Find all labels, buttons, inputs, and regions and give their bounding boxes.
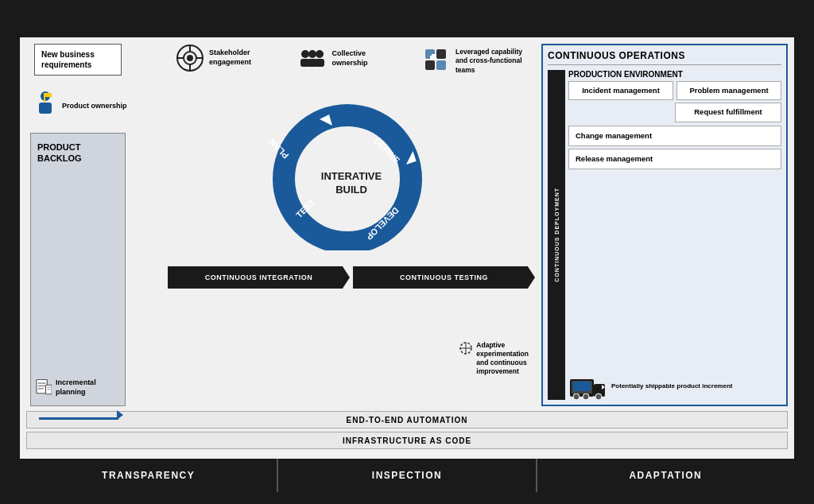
svg-rect-25 (436, 49, 446, 59)
footer-transparency: TRANSPARENCY (20, 459, 278, 492)
request-box: Request fulfillment (675, 103, 781, 122)
infra-as-code-text: INFRASTRUCTURE AS CODE (343, 436, 471, 445)
adaptive-label: Adaptive experimentation and continuous … (476, 341, 529, 376)
svg-rect-6 (38, 386, 46, 386)
top-arrow-shape (381, 14, 794, 36)
svg-rect-2 (44, 93, 45, 103)
svg-rect-5 (38, 382, 46, 383)
document-icon (35, 378, 52, 399)
svg-rect-48 (573, 382, 591, 391)
cont-ops-title: CONTINUOUS OPERATIONS (548, 50, 781, 65)
left-connector-h (39, 417, 118, 420)
right-panel: CONTINUOUS OPERATIONS CONTINUOUS DEPLOYM… (541, 44, 788, 406)
ci-ct-row: CONTINUOUS INTEGRATION CONTINUOUS TESTIN… (168, 266, 535, 289)
transparency-text: TRANSPARENCY (102, 470, 195, 481)
dashed-circle-icon (459, 341, 473, 355)
iterative-build-text: INTERATIVE BUILD (321, 170, 382, 196)
ct-arrow: CONTINUOUS TESTING (353, 266, 535, 289)
collective-ownership-label: Collective ownership (332, 49, 384, 68)
new-requirements-box: New business requirements (34, 44, 122, 76)
svg-point-44 (573, 394, 579, 400)
svg-point-22 (316, 50, 324, 58)
release-mgmt-box: Release management (568, 149, 781, 169)
leveraged-label: Leveraged capability and cross-functiona… (455, 48, 527, 74)
shippable-area: Potentially shippable product increment (568, 373, 781, 400)
infra-as-code-bar: INFRASTRUCTURE AS CODE (26, 432, 788, 449)
incremental-planning-text: Incremental planning (56, 378, 125, 397)
incident-mgmt-text: Incident management (582, 86, 660, 95)
cd-area: Change management Release management (568, 126, 781, 370)
footer-adaptation: ADAPTATION (537, 459, 794, 492)
svg-rect-29 (430, 56, 435, 60)
problem-mgmt-text: Problem management (689, 86, 768, 95)
product-ownership-area: Product ownership (33, 90, 161, 118)
main-content: New business requirements Product owners… (20, 37, 794, 459)
collective-ownership-group: Collective ownership (297, 48, 384, 70)
incremental-planning-area: Incremental planning (35, 378, 125, 399)
svg-rect-7 (38, 388, 44, 389)
puzzle-icon (424, 48, 451, 75)
left-panel: New business requirements Product owners… (26, 44, 161, 406)
request-row: Request fulfillment (568, 103, 781, 122)
outer-frame: New business requirements Product owners… (17, 10, 797, 494)
left-connector-arrow (117, 410, 123, 420)
product-ownership-text: Product ownership (62, 102, 127, 110)
deployment-bar: CONTINUOUS DEPLOYMENT (548, 70, 565, 400)
svg-point-13 (187, 55, 193, 61)
stakeholder-label: Stakeholder engagement (209, 48, 257, 67)
end-to-end-bar: END-TO-END AUTOMATION (26, 411, 788, 428)
product-ownership-label: Product ownership (62, 97, 127, 111)
ci-label: CONTINUOUS INTEGRATION (205, 273, 312, 281)
collective-icon (297, 48, 328, 70)
new-requirements-text: New business requirements (41, 50, 95, 69)
deployment-label: CONTINUOUS DEPLOYMENT (554, 188, 560, 282)
product-backlog-box: PRODUCT BACKLOG Incremental plannin (30, 133, 126, 406)
middle-panel: Stakeholder engagement Collective owne (168, 44, 535, 406)
inspection-text: INSPECTION (372, 470, 442, 481)
end-to-end-text: END-TO-END AUTOMATION (347, 416, 468, 425)
request-text: Request fulfillment (694, 107, 762, 116)
svg-point-46 (595, 394, 602, 400)
icons-row: Stakeholder engagement Collective owne (168, 44, 535, 103)
cycle-wrapper: DEFINE DEVELOP TEST PLAN INTERATIVE BUIL… (256, 103, 447, 262)
change-mgmt-box: Change management (568, 126, 781, 146)
right-inner: PRODUCTION ENVIRONMENT Incident manageme… (568, 70, 781, 400)
leveraged-group: Leveraged capability and cross-functiona… (424, 48, 527, 75)
svg-point-18 (301, 50, 309, 58)
incident-mgmt-box: Incident management (568, 81, 673, 100)
product-backlog-title: PRODUCT BACKLOG (37, 142, 82, 165)
problem-mgmt-box: Problem management (676, 81, 781, 100)
svg-rect-23 (315, 59, 324, 67)
shippable-label: Potentially shippable product increment (611, 382, 732, 390)
product-owner-icon (33, 90, 58, 118)
prod-env-area: PRODUCTION ENVIRONMENT Incident manageme… (568, 70, 781, 122)
svg-rect-27 (436, 60, 446, 70)
footer-inspection: INSPECTION (278, 459, 537, 492)
svg-rect-3 (45, 93, 52, 97)
stakeholder-icon (176, 44, 204, 72)
iterative-build-label: INTERATIVE BUILD (321, 169, 382, 196)
content-row: New business requirements Product owners… (26, 44, 788, 406)
svg-point-20 (308, 50, 316, 58)
adaptive-area: Adaptive experimentation and continuous … (459, 341, 529, 376)
top-mgmt-row: Incident management Problem management (568, 81, 781, 100)
footer-row: TRANSPARENCY INSPECTION ADAPTATION (20, 459, 794, 492)
production-section: CONTINUOUS DEPLOYMENT PRODUCTION ENVIRON… (548, 70, 781, 400)
top-arrow-banner (20, 12, 794, 37)
adaptation-text: ADAPTATION (629, 470, 702, 481)
change-mgmt-text: Change management (576, 131, 652, 140)
ct-label: CONTINUOUS TESTING (400, 273, 488, 281)
stakeholder-group: Stakeholder engagement (176, 44, 257, 72)
automation-bars: END-TO-END AUTOMATION INFRASTRUCTURE AS … (26, 411, 788, 452)
svg-point-45 (583, 394, 589, 400)
prod-env-label: PRODUCTION ENVIRONMENT (568, 70, 781, 79)
truck-icon (568, 373, 607, 400)
svg-rect-26 (425, 60, 435, 70)
release-mgmt-text: Release management (576, 154, 653, 163)
svg-rect-1 (39, 103, 52, 114)
ci-arrow: CONTINUOUS INTEGRATION (168, 266, 350, 289)
